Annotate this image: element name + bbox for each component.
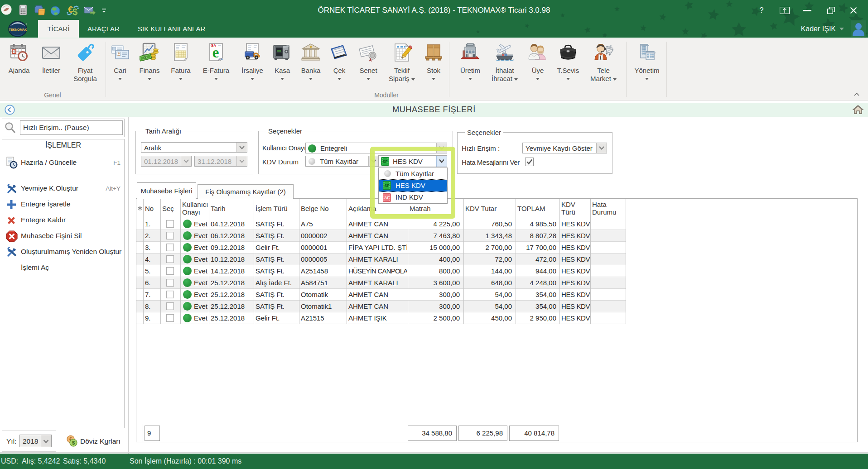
svg-text:$: $ xyxy=(72,440,75,445)
svg-text:TEKNOMAX: TEKNOMAX xyxy=(9,28,27,32)
svg-text:$: $ xyxy=(72,7,77,17)
svg-text:A.Ş: A.Ş xyxy=(218,57,223,60)
